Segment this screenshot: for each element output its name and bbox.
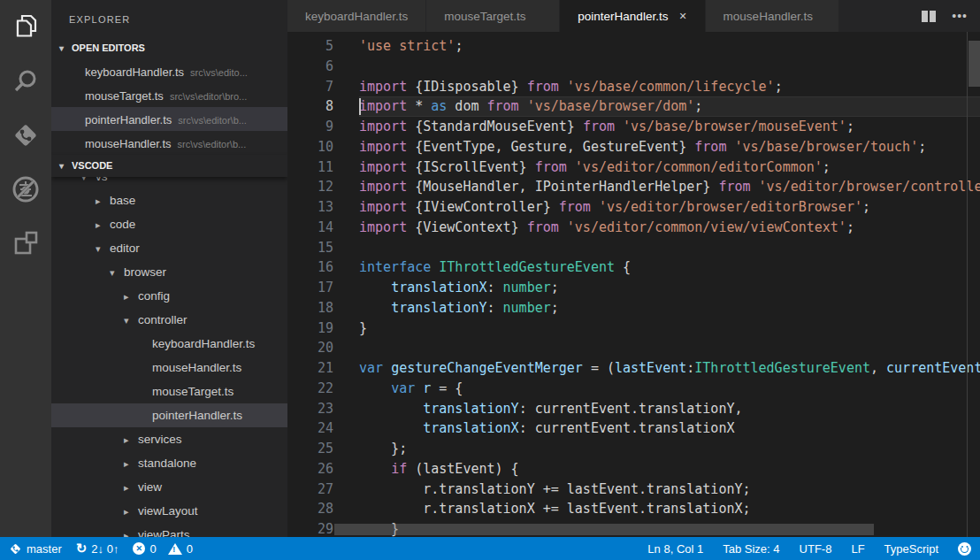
tree-item-config[interactable]: ▸config (51, 284, 287, 308)
code-line-9[interactable]: 9import {StandardMouseEvent} from 'vs/ba… (287, 117, 980, 137)
code-line-10[interactable]: 10import {EventType, Gesture, GestureEve… (287, 137, 980, 157)
tab-strip: keyboardHandler.tsmouseTarget.tspointerH… (287, 0, 839, 32)
chevron-expanded-icon: ▾ (124, 309, 138, 333)
chevron-expanded-icon: ▾ (59, 37, 72, 59)
encoding-indicator[interactable]: UTF-8 (800, 542, 832, 556)
tree-item-viewLayout[interactable]: ▸viewLayout (51, 499, 287, 523)
tab-label: mouseHandler.ts (724, 10, 813, 23)
code-line-6[interactable]: 6 (287, 57, 980, 77)
horizontal-scrollbar[interactable] (334, 524, 874, 535)
tree-item-vs[interactable]: ▾vs (51, 177, 287, 188)
code-line-18[interactable]: 18 translationY: number; (287, 298, 980, 318)
line-number: 12 (287, 177, 333, 197)
tree-item-viewParts[interactable]: ▸viewParts (51, 523, 287, 537)
tab-bar: keyboardHandler.tsmouseTarget.tspointerH… (287, 0, 980, 32)
open-editor-mouseTarget.ts[interactable]: mouseTarget.tssrc\vs\editor\bro... (51, 83, 287, 107)
tab-pointerHandler.ts[interactable]: pointerHandler.ts✕ (560, 0, 704, 32)
extensions-icon[interactable] (0, 216, 51, 270)
open-editor-keyboardHandler.ts[interactable]: keyboardHandler.tssrc\vs\edito... (51, 59, 287, 83)
code-line-17[interactable]: 17 translationX: number; (287, 278, 980, 298)
git-branch-status[interactable]: master (9, 542, 62, 556)
code-line-24[interactable]: 24 translationX: currentEvent.translatio… (287, 418, 980, 439)
code-line-13[interactable]: 13import {IViewController} from 'vs/edit… (287, 197, 980, 218)
tree-item-code[interactable]: ▸code (51, 212, 287, 236)
open-editor-pointerHandler.ts[interactable]: pointerHandler.tssrc\vs\editor\b... (51, 107, 287, 131)
activity-bar (0, 0, 51, 537)
line-number: 8 (287, 96, 333, 117)
line-number: 19 (287, 318, 333, 339)
code-line-16[interactable]: 16interface IThrottledGestureEvent { (287, 257, 980, 278)
line-number: 29 (287, 519, 333, 537)
line-number: 11 (287, 157, 333, 178)
sidebar-explorer: EXPLORER ▾OPEN EDITORS keyboardHandler.t… (51, 0, 287, 537)
tab-mouseTarget.ts[interactable]: mouseTarget.ts (426, 0, 559, 32)
tree-item-view[interactable]: ▸view (51, 475, 287, 499)
code-line-27[interactable]: 27 r.translationY += lastEvent.translati… (287, 479, 980, 500)
code-line-12[interactable]: 12import {MouseHandler, IPointerHandlerH… (287, 177, 980, 197)
code-line-20[interactable]: 20 (287, 338, 980, 358)
editor-group: keyboardHandler.tsmouseTarget.tspointerH… (287, 0, 980, 537)
language-indicator[interactable]: TypeScript (884, 542, 938, 556)
feedback-smiley-icon[interactable] (958, 542, 971, 556)
tab-size-indicator[interactable]: Tab Size: 4 (723, 542, 779, 556)
chevron-expanded-icon: ▾ (96, 237, 110, 261)
chevron-expanded-icon: ▾ (110, 261, 124, 285)
problems-status[interactable]: ✕ 0 0 (133, 542, 192, 556)
text-cursor (359, 98, 361, 115)
eol-indicator[interactable]: LF (851, 542, 864, 556)
tree-item-standalone[interactable]: ▸standalone (51, 451, 287, 475)
code-line-7[interactable]: 7import {IDisposable} from 'vs/base/comm… (287, 77, 980, 97)
tab-keyboardHandler.ts[interactable]: keyboardHandler.ts (287, 0, 425, 32)
vertical-scrollbar[interactable] (969, 41, 980, 87)
code-line-26[interactable]: 26 if (lastEvent) { (287, 459, 980, 479)
cursor-position[interactable]: Ln 8, Col 1 (647, 542, 703, 556)
debug-icon[interactable] (0, 162, 51, 216)
file-tree: ▾vs▸base▸code▾editor▾browser▸config▾cont… (51, 177, 287, 537)
code-line-5[interactable]: 5'use strict'; (287, 36, 980, 57)
code-line-11[interactable]: 11import {IScrollEvent} from 'vs/editor/… (287, 157, 980, 178)
open-editors-header[interactable]: ▾OPEN EDITORS (51, 37, 287, 59)
code-line-15[interactable]: 15 (287, 238, 980, 258)
tree-item-pointerHandler.ts[interactable]: pointerHandler.ts (51, 403, 287, 427)
chevron-collapsed-icon: ▸ (124, 285, 138, 309)
status-bar: master ↻ 2↓ 0↑ ✕ 0 0 Ln 8, Col 1 Tab Siz… (0, 537, 980, 560)
tree-item-mouseHandler.ts[interactable]: mouseHandler.ts (51, 356, 287, 380)
code-line-23[interactable]: 23 translationY: currentEvent.translatio… (287, 399, 980, 419)
code-line-28[interactable]: 28 r.translationX += lastEvent.translati… (287, 499, 980, 519)
code-line-8[interactable]: 8import * as dom from 'vs/base/browser/d… (287, 96, 980, 117)
code-line-14[interactable]: 14import {ViewContext} from 'vs/editor/c… (287, 218, 980, 238)
search-icon[interactable] (0, 54, 51, 108)
line-number: 16 (287, 257, 333, 278)
close-icon[interactable]: ✕ (678, 11, 686, 22)
source-control-icon[interactable] (0, 108, 51, 162)
line-number: 9 (287, 117, 333, 137)
code-line-21[interactable]: 21var gestureChangeEventMerger = (lastEv… (287, 358, 980, 379)
code-line-22[interactable]: 22 var r = { (287, 379, 980, 399)
tree-item-keyboardHandler.ts[interactable]: keyboardHandler.ts (51, 332, 287, 356)
tab-label: mouseTarget.ts (444, 10, 525, 23)
tab-mouseHandler.ts[interactable]: mouseHandler.ts (706, 0, 838, 32)
code-line-25[interactable]: 25 }; (287, 439, 980, 459)
sync-status[interactable]: ↻ 2↓ 0↑ (76, 542, 119, 556)
sidebar-title: EXPLORER (51, 0, 287, 37)
chevron-collapsed-icon: ▸ (124, 500, 138, 524)
chevron-collapsed-icon: ▸ (96, 213, 110, 237)
tree-item-services[interactable]: ▸services (51, 427, 287, 451)
sync-icon: ↻ (76, 542, 88, 555)
open-editor-mouseHandler.ts[interactable]: mouseHandler.tssrc\vs\editor\b... (51, 131, 287, 155)
tree-item-controller[interactable]: ▾controller (51, 308, 287, 332)
line-number: 13 (287, 197, 333, 218)
files-icon[interactable] (0, 0, 51, 54)
split-editor-icon[interactable] (922, 11, 936, 22)
more-actions-icon[interactable]: ••• (952, 0, 968, 32)
line-number: 25 (287, 439, 333, 459)
folder-section-header[interactable]: ▾VSCODE (51, 155, 287, 177)
code-lines: 5'use strict';67import {IDisposable} fro… (287, 36, 980, 537)
code-line-19[interactable]: 19} (287, 318, 980, 339)
tree-item-browser[interactable]: ▾browser (51, 260, 287, 284)
code-editor[interactable]: 5'use strict';67import {IDisposable} fro… (287, 32, 980, 537)
tree-item-mouseTarget.ts[interactable]: mouseTarget.ts (51, 380, 287, 403)
tree-item-editor[interactable]: ▾editor (51, 236, 287, 260)
tree-item-base[interactable]: ▸base (51, 188, 287, 212)
line-number: 24 (287, 418, 333, 439)
